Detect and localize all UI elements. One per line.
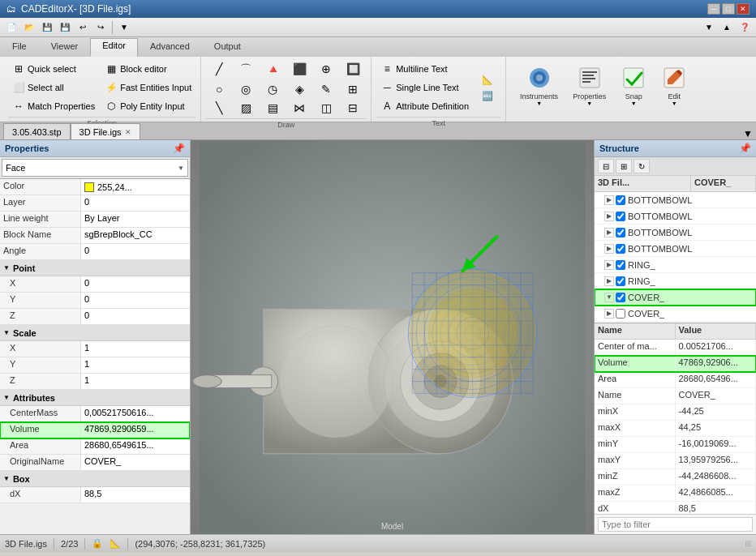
instruments-dropdown[interactable]: ▼ [536,101,542,106]
prop-grid-row-miny[interactable]: minY -16,0019069... [595,437,756,453]
prop-grid-row-maxz[interactable]: maxZ 42,4866085... [595,485,756,502]
tree-check-1[interactable] [616,195,625,205]
type-dropdown[interactable]: Face ▼ [2,159,188,177]
maximize-button[interactable]: □ [722,3,735,15]
draw-btn-4[interactable]: ⬛ [286,60,312,79]
close-button[interactable]: ✕ [737,3,750,15]
tree-row-cover2[interactable]: ▶ COVER_ [595,306,756,322]
draw-btn-16[interactable]: ⋈ [286,99,312,117]
prop-row-color[interactable]: Color 255,24... [0,179,190,195]
tree-expand-3[interactable]: ▶ [604,228,614,237]
doc-tab-stp[interactable]: 3.05.403.stp [3,123,71,139]
draw-btn-13[interactable]: ╲ [206,99,232,117]
struct-btn-3[interactable]: ↻ [634,159,650,173]
draw-btn-6[interactable]: 🔲 [340,60,366,79]
prop-row-x[interactable]: X 0 [0,276,190,293]
tree-expand-2[interactable]: ▶ [604,212,614,221]
draw-btn-5[interactable]: ⊕ [313,60,339,79]
struct-btn-2[interactable]: ⊞ [616,159,632,173]
qat-open[interactable]: 📂 [21,19,37,36]
prop-row-originalname[interactable]: OriginalName COVER_ [0,455,190,471]
prop-grid-row-minx[interactable]: minX -44,25 [595,404,756,421]
tree-expand-4[interactable]: ▶ [604,244,614,254]
draw-btn-17[interactable]: ◫ [313,99,339,117]
tab-advanced[interactable]: Advanced [138,39,202,57]
doc-tab-close[interactable]: ✕ [125,128,131,136]
prop-grid-row-name[interactable]: Name COVER_ [595,388,756,404]
qat-help-menu[interactable]: ▼ [701,19,717,36]
prop-section-box[interactable]: ▼ Box [0,471,190,487]
draw-btn-12[interactable]: ⊞ [340,80,366,98]
qat-redo[interactable]: ↪ [92,19,109,36]
tree-check-5[interactable] [616,260,625,270]
draw-btn-1[interactable]: ╱ [206,60,232,79]
prop-grid-row-volume[interactable]: Volume 47869,92906... [595,356,756,372]
prop-row-y[interactable]: Y 0 [0,293,190,309]
qat-save2[interactable]: 💾 [57,19,73,36]
struct-btn-1[interactable]: ⊟ [598,159,614,173]
snap-dropdown[interactable]: ▼ [631,101,637,106]
properties-panel-pin[interactable]: 📌 [173,143,185,154]
attr-def-btn[interactable]: A Attribute Definition [376,97,473,115]
prop-row-centermass[interactable]: CenterMass 0,00521750616... [0,406,190,422]
prop-row-sx[interactable]: X 1 [0,341,190,357]
tree-check-8[interactable] [616,309,625,319]
draw-btn-9[interactable]: ◷ [260,80,286,98]
prop-row-sy[interactable]: Y 1 [0,357,190,374]
tree-row-airventcone[interactable]: ▶ AIR_VENTCONE [595,322,756,323]
prop-grid-row-maxx[interactable]: maxX 44,25 [595,421,756,437]
draw-btn-11[interactable]: ✎ [313,80,339,98]
tree-row-bottombowl3[interactable]: ▶ BOTTOMBOWL [595,225,756,241]
draw-btn-14[interactable]: ▨ [233,99,259,117]
instruments-btn[interactable]: Instruments ▼ [513,57,565,113]
multiline-text-btn[interactable]: ≡ Multiline Text [376,60,473,78]
tree-check-2[interactable] [616,212,625,221]
prop-section-attributes[interactable]: ▼ Attributes [0,390,190,406]
prop-grid-row-maxy[interactable]: maxY 13,95979256... [595,453,756,469]
panel-dropdown-btn[interactable]: ▼ [743,128,753,139]
doc-tab-igs[interactable]: 3D File.igs ✕ [71,123,140,139]
edit-btn[interactable]: Edit ▼ [654,57,694,113]
tree-expand-6[interactable]: ▶ [604,276,614,286]
tab-viewer[interactable]: Viewer [39,39,90,57]
tree-row-ring1[interactable]: ▶ RING_ [595,257,756,273]
tree-row-cover1[interactable]: ▼ COVER_ [595,289,756,306]
prop-row-volume[interactable]: Volume 47869,9290659... [0,422,190,438]
prop-row-dx[interactable]: dX 88,5 [0,487,190,503]
edit-dropdown[interactable]: ▼ [672,101,677,106]
tree-expand-7[interactable]: ▼ [604,293,614,302]
draw-btn-8[interactable]: ◎ [233,80,259,98]
prop-row-layer[interactable]: Layer 0 [0,195,190,212]
quick-select-btn[interactable]: ⊞ Quick select [8,60,99,78]
tree-row-bottombowl2[interactable]: ▶ BOTTOMBOWL [595,208,756,225]
prop-row-z[interactable]: Z 0 [0,309,190,325]
tree-row-bottombowl4[interactable]: ▶ BOTTOMBOWL [595,241,756,257]
tab-output[interactable]: Output [202,39,253,57]
text-extra-1[interactable]: 📐 [475,72,500,88]
fast-entities-btn[interactable]: ⚡ Fast Entities Input [101,79,195,96]
prop-row-angle[interactable]: Angle 0 [0,244,190,260]
tree-check-6[interactable] [616,276,625,286]
tree-row-ring2[interactable]: ▶ RING_ [595,273,756,289]
prop-section-point[interactable]: ▼ Point [0,260,190,276]
properties-btn[interactable]: Properties ▼ [565,57,613,113]
draw-btn-7[interactable]: ○ [206,80,232,98]
snap-btn[interactable]: Snap ▼ [613,57,654,113]
tree-expand-8[interactable]: ▶ [604,309,614,319]
prop-row-blockname[interactable]: Block Name sgBrepBlock_CC [0,228,190,244]
title-bar-controls[interactable]: ─ □ ✕ [707,3,750,15]
tab-file[interactable]: File [0,39,39,57]
qat-dropdown[interactable]: ▼ [116,19,132,36]
structure-pin[interactable]: 📌 [739,143,751,154]
draw-btn-15[interactable]: ▤ [260,99,286,117]
minimize-button[interactable]: ─ [707,3,720,15]
filter-input[interactable] [598,517,753,532]
tree-expand-1[interactable]: ▶ [604,195,614,205]
draw-btn-10[interactable]: ◈ [286,80,312,98]
3d-viewport[interactable]: Model [191,140,594,534]
draw-btn-18[interactable]: ⊟ [340,99,366,117]
qat-save[interactable]: 💾 [39,19,55,36]
draw-btn-3[interactable]: 🔺 [260,60,286,79]
qat-new[interactable]: 📄 [3,19,19,36]
prop-row-sz[interactable]: Z 1 [0,374,190,390]
